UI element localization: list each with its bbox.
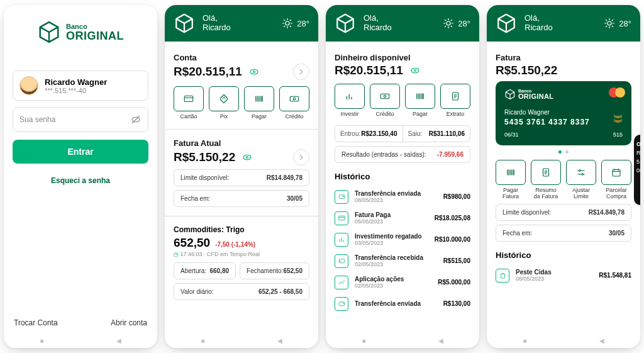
send-icon <box>335 297 348 311</box>
contactless-icon: ⸩⸩ <box>613 115 624 123</box>
doc-icon <box>531 160 561 185</box>
eye-icon[interactable] <box>242 152 253 163</box>
eye-icon[interactable] <box>248 66 260 77</box>
fatura-amount: R$5.150,22 <box>496 64 557 77</box>
cube-icon <box>496 13 517 34</box>
brand-small: Banco <box>66 23 124 30</box>
user-name: Ricardo Wagner <box>45 77 107 87</box>
forgot-link[interactable]: Esqueci a senha <box>4 172 157 185</box>
action-tile[interactable]: AjustarLimite <box>566 160 596 200</box>
history-row[interactable]: Transferência enviada08/05/2023R$980,00 <box>335 186 470 208</box>
card-icon <box>174 86 204 111</box>
android-navbar: ■◀ <box>326 333 479 348</box>
chevron-icon[interactable] <box>293 149 309 165</box>
stock-icon <box>335 276 348 289</box>
action-tile[interactable]: ParcelarCompra <box>601 160 631 200</box>
mastercard-icon <box>609 87 625 98</box>
history-row[interactable]: Investimento regatado03/05/2023R$10.000,… <box>335 229 470 250</box>
history-row[interactable]: Transferência recebida02/05/2023R$515,00 <box>335 250 470 272</box>
commodity-timestamp: 17:46:03 · CFD em Tempo Real <box>174 251 309 257</box>
card-number: 5435 3761 4337 8337 <box>504 118 623 126</box>
cube-icon <box>37 20 61 44</box>
card-icon <box>335 211 348 225</box>
tile-label: Investir <box>340 111 358 118</box>
screen-login: Banco ORIGINAL Ricardo Wagner ***.515.**… <box>4 5 157 348</box>
doc-icon <box>440 84 470 109</box>
action-tiles: PagarFaturaResumoda FaturaAjustarLimiteP… <box>496 160 631 200</box>
action-tile[interactable]: Pix <box>209 86 239 120</box>
action-tile[interactable]: Investir <box>335 84 365 118</box>
sun-icon <box>604 18 615 29</box>
action-tiles: CartãoPixPagarCrédito <box>174 86 309 120</box>
temperature: 28° <box>297 19 309 28</box>
card-cvv: 515 <box>613 132 623 138</box>
history-row[interactable]: Aplicação ações02/05/2023R$5.000,00 <box>335 272 470 293</box>
cube-icon <box>504 89 516 100</box>
action-tile[interactable]: PagarFatura <box>496 160 526 200</box>
commodity-price: 652,50 <box>174 236 210 250</box>
invoice-amount: R$5.150,22 <box>174 150 235 164</box>
history-title: Histórico <box>496 250 631 260</box>
password-input[interactable]: Sua senha <box>13 107 148 132</box>
fatura-title: Fatura <box>496 53 631 62</box>
login-button[interactable]: Entrar <box>13 140 148 164</box>
credit-card[interactable]: Banco ORIGINAL Ricardo Wagner 5435 3761 … <box>496 81 631 145</box>
action-tile[interactable]: Pagar <box>244 86 274 120</box>
tile-label: Cartão <box>180 114 197 120</box>
action-tile[interactable]: Pagar <box>405 84 435 118</box>
header: Olá,Ricardo 28° <box>165 5 318 42</box>
tile-label: Pagar <box>413 111 428 118</box>
close-row: Fecha em:30/05 <box>496 225 631 242</box>
action-tile[interactable]: Extrato <box>440 84 470 118</box>
limit-row: Limite disponível:R$14.849,78 <box>496 204 631 221</box>
history-title: Histórico <box>335 172 470 181</box>
history-row[interactable]: Transferência enviadaR$130,00 <box>335 293 470 315</box>
eye-off-icon[interactable] <box>130 114 142 125</box>
nav-square-icon: ■ <box>40 337 43 344</box>
chart-icon <box>335 84 365 109</box>
brand-big: ORIGINAL <box>66 30 124 42</box>
recv-icon <box>335 254 348 268</box>
commodity-delta: -7,50 (-1,14%) <box>215 241 255 248</box>
header: Olá,Ricardo 28° <box>326 5 479 42</box>
open-row: Abertura:660,80 <box>174 262 236 279</box>
tile-label: Crédito <box>375 111 394 118</box>
history-list: Transferência enviada08/05/2023R$980,00F… <box>335 186 470 315</box>
greet-name: Ricardo <box>203 23 231 33</box>
tile-label: AjustarLimite <box>572 188 590 200</box>
greet-hello: Olá, <box>203 14 231 23</box>
money-balance: R$20.515,11 <box>335 64 403 77</box>
sun-icon <box>282 18 293 29</box>
sliders-icon <box>566 160 596 185</box>
screen-home: Olá,Ricardo 28° Conta R$20.515,11 Cartão… <box>165 5 318 348</box>
carousel-dots <box>496 150 631 154</box>
close-row: Fechamento:652,50 <box>240 262 309 279</box>
password-placeholder: Sua senha <box>19 115 55 124</box>
next-card-peek[interactable]: OR Ric 517 08, <box>634 135 640 205</box>
action-tile[interactable]: Crédito <box>370 84 400 118</box>
user-chip[interactable]: Ricardo Wagner ***.515.***-40 <box>13 70 148 101</box>
switch-account-link[interactable]: Trocar Conta <box>14 318 58 327</box>
eye-icon[interactable] <box>409 65 421 76</box>
account-label: Conta <box>174 53 309 62</box>
tile-label: Pix <box>220 114 228 120</box>
card-exp: 06/31 <box>504 132 519 138</box>
chevron-icon[interactable] <box>293 64 309 80</box>
action-tile[interactable]: Resumoda Fatura <box>531 160 561 200</box>
daily-row: Valor diário:652,25 - 668,50 <box>174 283 309 300</box>
history-row[interactable]: Fatura Paga05/05/2023R$18.025,08 <box>335 208 470 229</box>
cube-icon <box>335 13 356 34</box>
history-list: Peste Cidas08/05/2023R$1.548,81 <box>496 265 631 286</box>
sun-icon <box>443 18 454 29</box>
action-tile[interactable]: Cartão <box>174 86 204 120</box>
barcode-icon <box>405 84 435 109</box>
commodity-title: Commodities: Trigo <box>174 225 309 234</box>
history-row[interactable]: Peste Cidas08/05/2023R$1.548,81 <box>496 265 631 286</box>
bag-icon <box>496 269 509 283</box>
result-row: Resultado (entradas - saídas):-7.959,66 <box>335 146 470 163</box>
open-account-link[interactable]: Abrir conta <box>111 318 147 327</box>
screen-money: Olá,Ricardo 28° Dinheiro disponível R$20… <box>326 5 479 348</box>
android-navbar: ■◀ <box>165 333 318 348</box>
action-tile[interactable]: Crédito <box>279 86 309 120</box>
chart-icon <box>335 233 348 247</box>
